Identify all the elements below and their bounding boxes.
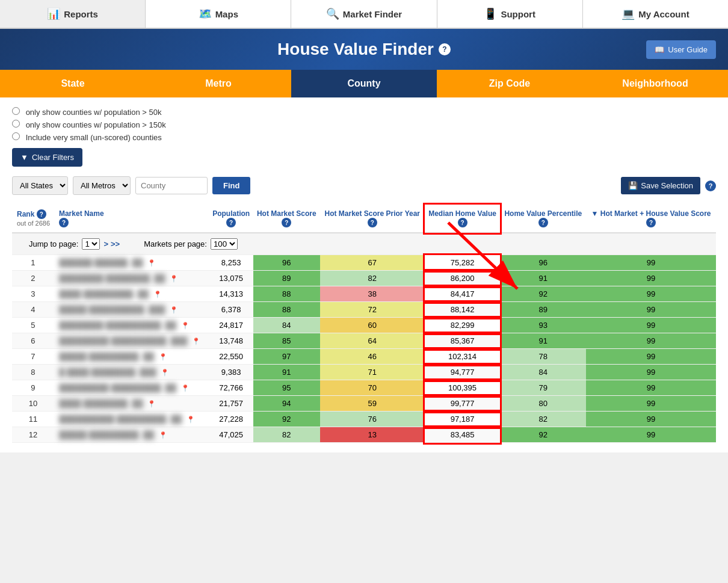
cell-rank: 12 (12, 427, 54, 443)
search-row: All States All Metros Find 💾 Save Select… (12, 176, 716, 195)
cell-hv-percentile: 91 (500, 333, 586, 349)
cell-market-name: ████ █████████, ██ 📍 (54, 286, 209, 302)
pin-icon: 📍 (181, 384, 190, 392)
cell-hot-prior: 13 (320, 427, 425, 443)
th-rank: Rank ? out of 2686 (12, 205, 54, 233)
table-row: 5 ████████ ██████████, ██ 📍 24,817 84 60… (12, 318, 716, 333)
cell-rank: 10 (12, 396, 54, 412)
cell-rank: 9 (12, 380, 54, 396)
tab-county[interactable]: County (291, 70, 437, 97)
cell-market-name: ████ ████████, ██ 📍 (54, 396, 209, 412)
cell-combined: 99 (586, 365, 716, 380)
county-input[interactable] (135, 177, 208, 194)
filter-option-2[interactable]: only show counties w/ population > 150k (12, 120, 716, 129)
filter-radio-2[interactable] (12, 120, 20, 128)
market-name-blurred: ██████ ██████, ██ (59, 258, 143, 267)
table-row: 12 █████ █████████, ██ 📍 47,025 82 13 83… (12, 427, 716, 443)
cell-hot-score: 91 (253, 365, 320, 380)
nav-my-account[interactable]: 💻 My Account (583, 0, 728, 28)
per-page-select[interactable]: 100 (211, 238, 238, 250)
cell-population: 6,378 (209, 302, 253, 318)
cell-hot-score: 89 (253, 271, 320, 286)
market-name-blurred: █████████ █████████, ██ (59, 383, 176, 392)
nav-reports[interactable]: 📊 Reports (0, 0, 146, 28)
cell-combined: 99 (586, 412, 716, 427)
cell-hv-percentile: 84 (500, 365, 586, 380)
cell-hot-score: 92 (253, 412, 320, 427)
filter-radio-1[interactable] (12, 107, 20, 115)
cell-hot-prior: 70 (320, 380, 425, 396)
cell-market-name: █████ █████████, ██ 📍 (54, 349, 209, 365)
cell-hot-score: 88 (253, 302, 320, 318)
cell-population: 27,228 (209, 412, 253, 427)
cell-hot-prior: 60 (320, 318, 425, 333)
cell-hot-score: 97 (253, 349, 320, 365)
cell-median-home: 84,417 (425, 286, 501, 302)
median-home-help-icon[interactable]: ? (458, 218, 467, 227)
population-help-icon[interactable]: ? (226, 218, 236, 227)
user-guide-button[interactable]: 📖 User Guide (646, 40, 716, 59)
nav-market-finder[interactable]: 🔍 Market Finder (291, 0, 437, 28)
pin-icon: 📍 (153, 291, 162, 298)
cell-population: 47,025 (209, 427, 253, 443)
reports-icon: 📊 (47, 7, 60, 20)
pin-icon: 📍 (147, 259, 156, 267)
hot-prior-help-icon[interactable]: ? (368, 218, 377, 227)
filter-option-1[interactable]: only show counties w/ population > 50k (12, 107, 716, 117)
cell-rank: 11 (12, 412, 54, 427)
next-page-link[interactable]: > (103, 239, 108, 248)
cell-hv-percentile: 79 (500, 380, 586, 396)
filter-options: only show counties w/ population > 50k o… (12, 107, 716, 142)
header-help-icon[interactable]: ? (439, 43, 451, 55)
cell-hot-prior: 72 (320, 302, 425, 318)
content-area: Ranking Color Key ? Strong Weak only sho… (0, 97, 728, 452)
combined-help-icon[interactable]: ? (646, 218, 656, 227)
cell-rank: 4 (12, 302, 54, 318)
market-name-blurred: ██████████ █████████, ██ (59, 415, 182, 424)
market-name-help-icon[interactable]: ? (59, 218, 69, 227)
save-icon: 💾 (628, 181, 638, 190)
hot-score-help-icon[interactable]: ? (282, 218, 291, 227)
tab-state[interactable]: State (0, 70, 146, 97)
nav-maps[interactable]: 🗺️ Maps (146, 0, 291, 28)
page-select[interactable]: 1 (82, 238, 100, 250)
filter-radio-3[interactable] (12, 132, 20, 140)
rank-help-icon[interactable]: ? (37, 209, 46, 219)
top-navigation: 📊 Reports 🗺️ Maps 🔍 Market Finder 📱 Supp… (0, 0, 728, 29)
find-button[interactable]: Find (212, 177, 250, 194)
pin-icon: 📍 (192, 338, 200, 345)
market-name-blurred: ████████ ████████, ██ (59, 274, 165, 283)
nav-market-finder-label: Market Finder (343, 9, 402, 19)
cell-combined: 99 (586, 396, 716, 412)
save-selection-button[interactable]: 💾 Save Selection (621, 177, 700, 194)
nav-support[interactable]: 📱 Support (437, 0, 583, 28)
cell-combined: 99 (586, 427, 716, 443)
table-row: 4 █████ ██████████, ███ 📍 6,378 88 72 88… (12, 302, 716, 318)
last-page-link[interactable]: >> (111, 239, 120, 248)
hv-percentile-help-icon[interactable]: ? (538, 218, 548, 227)
th-combined-score: ▼ Hot Market + House Value Score ? (586, 205, 716, 233)
pin-icon: 📍 (159, 431, 167, 439)
metro-select[interactable]: All Metros (73, 176, 131, 195)
pin-icon: 📍 (159, 353, 167, 360)
market-name-blurred: █ ████ ████████, ███ (59, 368, 156, 377)
page-title: House Value Finder (277, 40, 434, 59)
th-market-name: Market Name ? (54, 205, 209, 233)
tab-neighborhood[interactable]: Neighborhood (582, 70, 728, 97)
pin-icon: 📍 (181, 322, 190, 329)
cell-rank: 2 (12, 271, 54, 286)
cell-combined: 99 (586, 333, 716, 349)
cell-rank: 1 (12, 255, 54, 271)
population-link[interactable]: Population (212, 209, 250, 218)
cell-combined: 99 (586, 286, 716, 302)
cell-hv-percentile: 96 (500, 255, 586, 271)
state-select[interactable]: All States (12, 176, 68, 195)
tab-zipcode[interactable]: Zip Code (437, 70, 582, 97)
clear-filters-button[interactable]: ▼ Clear Filters (12, 148, 82, 167)
cell-population: 13,075 (209, 271, 253, 286)
tab-metro[interactable]: Metro (146, 70, 291, 97)
filter-option-3[interactable]: Include very small (un-scored) counties (12, 132, 716, 142)
header-banner: House Value Finder ? 📖 User Guide (0, 29, 728, 70)
save-help-icon[interactable]: ? (705, 180, 716, 191)
cell-combined: 99 (586, 255, 716, 271)
